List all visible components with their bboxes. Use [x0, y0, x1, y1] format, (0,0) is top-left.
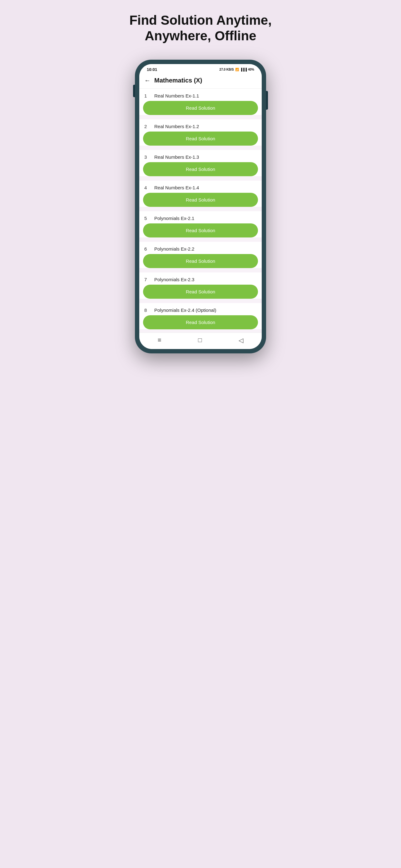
menu-nav-icon[interactable]: ≡	[158, 337, 162, 344]
home-nav-icon[interactable]: □	[198, 337, 202, 344]
wifi-icon: 📶	[235, 68, 239, 71]
list-item: 2Real Numbers Ex-1.2Read Solution	[139, 119, 262, 146]
back-nav-icon[interactable]: ◁	[239, 337, 243, 344]
phone-screen: 10:01 27.0 KB/S 📶 ▐▐▐ 40% ← Mathematics …	[139, 64, 262, 349]
list-item: 5Polynomials Ex-2.1Read Solution	[139, 211, 262, 238]
read-solution-button[interactable]: Read Solution	[143, 254, 258, 268]
item-label: Polynomials Ex-2.4 (Optional)	[154, 307, 216, 313]
item-header: 1Real Numbers Ex-1.1	[139, 89, 262, 101]
bottom-nav: ≡ □ ◁	[139, 333, 262, 349]
read-solution-button[interactable]: Read Solution	[143, 162, 258, 176]
battery-level: 40%	[248, 68, 254, 71]
item-number: 7	[144, 277, 151, 282]
list-item: 8Polynomials Ex-2.4 (Optional)Read Solut…	[139, 303, 262, 329]
phone-frame: 10:01 27.0 KB/S 📶 ▐▐▐ 40% ← Mathematics …	[135, 60, 266, 353]
list-item: 4Real Numbers Ex-1.4Read Solution	[139, 181, 262, 207]
item-header: 8Polynomials Ex-2.4 (Optional)	[139, 303, 262, 315]
read-solution-button[interactable]: Read Solution	[143, 315, 258, 329]
read-solution-button[interactable]: Read Solution	[143, 285, 258, 299]
item-header: 3Real Numbers Ex-1.3	[139, 150, 262, 162]
item-number: 1	[144, 93, 151, 98]
screen-title: Mathematics (X)	[154, 77, 202, 84]
app-header: ← Mathematics (X)	[139, 74, 262, 89]
item-label: Polynomials Ex-2.3	[154, 277, 194, 282]
item-label: Polynomials Ex-2.2	[154, 246, 194, 251]
item-number: 5	[144, 216, 151, 221]
content-list: 1Real Numbers Ex-1.1Read Solution2Real N…	[139, 89, 262, 333]
item-label: Polynomials Ex-2.1	[154, 216, 194, 221]
back-button[interactable]: ←	[144, 77, 151, 84]
list-item: 3Real Numbers Ex-1.3Read Solution	[139, 150, 262, 176]
list-item: 7Polynomials Ex-2.3Read Solution	[139, 273, 262, 299]
page-title: Find Solution Anytime, Anywhere, Offline	[129, 12, 272, 44]
item-header: 4Real Numbers Ex-1.4	[139, 181, 262, 193]
read-solution-button[interactable]: Read Solution	[143, 193, 258, 207]
read-solution-button[interactable]: Read Solution	[143, 101, 258, 115]
item-header: 6Polynomials Ex-2.2	[139, 242, 262, 254]
read-solution-button[interactable]: Read Solution	[143, 223, 258, 238]
status-bar: 10:01 27.0 KB/S 📶 ▐▐▐ 40%	[139, 64, 262, 74]
list-item: 6Polynomials Ex-2.2Read Solution	[139, 242, 262, 268]
item-label: Real Numbers Ex-1.1	[154, 93, 199, 98]
data-speed: 27.0 KB/S	[220, 68, 234, 71]
item-number: 2	[144, 124, 151, 129]
item-header: 5Polynomials Ex-2.1	[139, 211, 262, 223]
item-header: 7Polynomials Ex-2.3	[139, 273, 262, 285]
item-label: Real Numbers Ex-1.2	[154, 124, 199, 129]
read-solution-button[interactable]: Read Solution	[143, 131, 258, 146]
item-number: 8	[144, 307, 151, 313]
item-number: 4	[144, 185, 151, 190]
list-item: 1Real Numbers Ex-1.1Read Solution	[139, 89, 262, 115]
status-time: 10:01	[147, 67, 157, 72]
item-header: 2Real Numbers Ex-1.2	[139, 119, 262, 131]
signal-icon: ▐▐▐	[240, 68, 247, 71]
item-number: 6	[144, 246, 151, 251]
item-label: Real Numbers Ex-1.3	[154, 154, 199, 160]
status-icons: 27.0 KB/S 📶 ▐▐▐ 40%	[220, 68, 254, 71]
item-number: 3	[144, 154, 151, 160]
item-label: Real Numbers Ex-1.4	[154, 185, 199, 190]
